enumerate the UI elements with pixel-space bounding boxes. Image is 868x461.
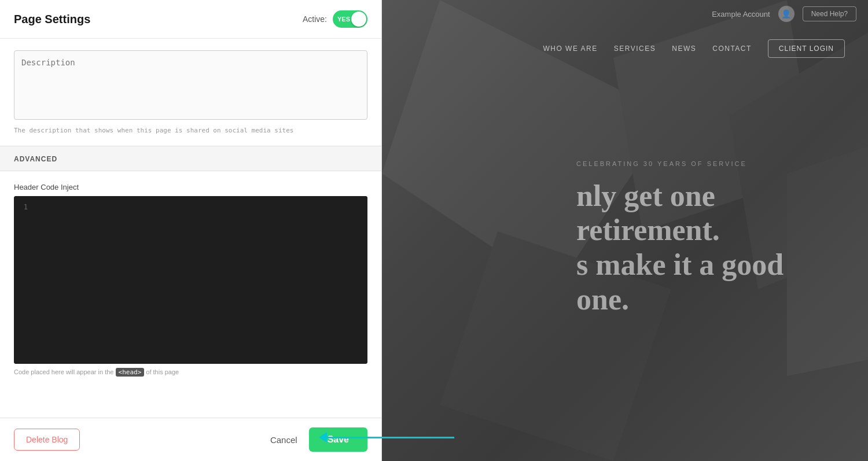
code-hint-suffix: of this page bbox=[146, 368, 179, 375]
nav-news[interactable]: NEWS bbox=[672, 45, 696, 53]
advanced-label: ADVANCED bbox=[14, 155, 57, 163]
page-settings-panel: Page Settings Active: YES The descriptio… bbox=[0, 0, 382, 461]
description-hint: The description that shows when this pag… bbox=[14, 127, 367, 134]
account-avatar: 👤 bbox=[778, 6, 795, 22]
nav-contact[interactable]: CONTACT bbox=[712, 45, 752, 53]
code-inject-label: Header Code Inject bbox=[14, 183, 367, 191]
description-textarea[interactable] bbox=[14, 50, 367, 120]
arrow-line bbox=[327, 437, 454, 438]
code-hint-prefix: Code placed here will appear in the bbox=[14, 368, 113, 375]
panel-header: Page Settings Active: YES bbox=[0, 0, 381, 39]
nav-who-we-are[interactable]: WHO WE ARE bbox=[543, 45, 597, 53]
line-numbers: 1 bbox=[14, 196, 31, 364]
admin-top-bar: Example Account 👤 Need Help? bbox=[700, 0, 868, 28]
account-name: Example Account bbox=[712, 10, 770, 19]
header-code-textarea[interactable] bbox=[31, 196, 367, 364]
arrow-head bbox=[319, 432, 327, 442]
hero-content: CELEBRATING 30 YEARS OF SERVICE nly get … bbox=[576, 160, 819, 316]
client-login-button[interactable]: CLIENT LOGIN bbox=[768, 39, 845, 58]
need-help-button[interactable]: Need Help? bbox=[803, 6, 856, 21]
arrow-indicator bbox=[317, 432, 454, 442]
active-label: Active: bbox=[303, 14, 327, 24]
hero-line-1: nly get one retirement. bbox=[576, 178, 819, 248]
line-number-1: 1 bbox=[24, 202, 28, 212]
toggle-thumb bbox=[351, 12, 366, 27]
active-toggle[interactable]: YES bbox=[333, 10, 367, 28]
panel-title: Page Settings bbox=[14, 13, 90, 26]
website-preview: Example Account 👤 Need Help? WHO WE ARE … bbox=[382, 0, 868, 461]
toggle-yes-label: YES bbox=[337, 16, 350, 23]
code-editor: 1 bbox=[14, 196, 367, 364]
panel-body: The description that shows when this pag… bbox=[0, 39, 381, 418]
active-row: Active: YES bbox=[303, 10, 367, 28]
site-navigation: WHO WE ARE SERVICES NEWS CONTACT CLIENT … bbox=[382, 29, 868, 68]
toggle-track: YES bbox=[333, 10, 367, 28]
hero-headline: nly get one retirement. s make it a good… bbox=[576, 178, 819, 316]
cyan-arrow bbox=[319, 432, 454, 442]
cancel-button[interactable]: Cancel bbox=[270, 435, 297, 445]
description-section: The description that shows when this pag… bbox=[0, 39, 381, 146]
advanced-section-header: ADVANCED bbox=[0, 146, 381, 171]
hero-line-2: s make it a good one. bbox=[576, 248, 819, 317]
celebrating-text: CELEBRATING 30 YEARS OF SERVICE bbox=[576, 160, 819, 167]
delete-blog-button[interactable]: Delete Blog bbox=[14, 429, 80, 451]
nav-items: WHO WE ARE SERVICES NEWS CONTACT CLIENT … bbox=[543, 39, 845, 58]
head-tag: <head> bbox=[116, 368, 145, 377]
code-hint: Code placed here will appear in the <hea… bbox=[14, 368, 367, 376]
code-inject-section: Header Code Inject 1 Code placed here wi… bbox=[0, 171, 381, 388]
nav-services[interactable]: SERVICES bbox=[614, 45, 656, 53]
